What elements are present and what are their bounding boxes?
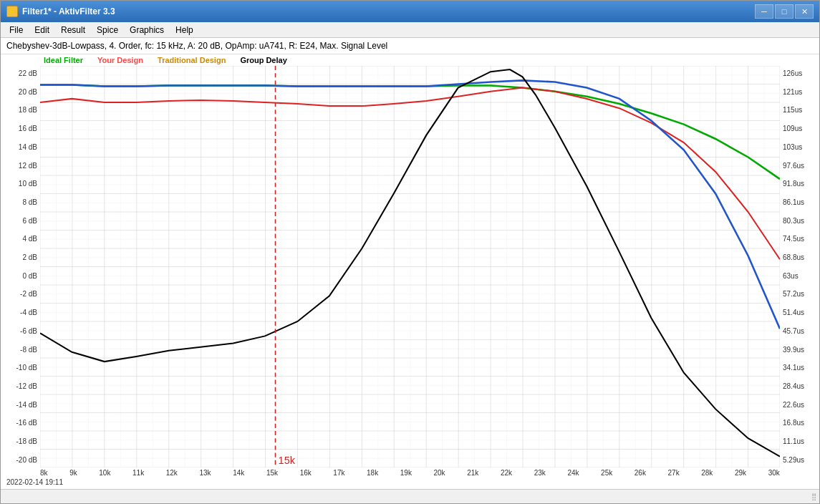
x-label: 18k (367, 469, 378, 477)
y-label-left: -2 dB (20, 290, 40, 298)
x-label: 11k (132, 469, 144, 477)
y-label-left: -6 dB (20, 327, 40, 335)
y-label-right: 5.29us (780, 456, 804, 464)
y-label-left: 0 dB (22, 272, 40, 280)
close-button[interactable]: ✕ (795, 4, 814, 19)
x-label: 27k (668, 469, 680, 477)
title-bar: F Filter1* - AktivFilter 3.3 ─ □ ✕ (1, 1, 819, 22)
chart-legend: Ideal Filter Your Design Traditional Des… (1, 54, 819, 66)
y-label-right: 86.1us (780, 198, 804, 206)
y-label-right: 68.8us (780, 253, 804, 261)
y-label-left: -20 dB (16, 456, 40, 464)
chart-container: 22 dB20 dB18 dB16 dB14 dB12 dB10 dB8 dB6… (1, 66, 819, 467)
x-label: 24k (567, 469, 579, 477)
y-label-right: 16.8us (780, 419, 804, 427)
resize-grip: ⣿ (811, 493, 816, 500)
legend-traditional: Traditional Design (158, 56, 226, 64)
window-controls: ─ □ ✕ (755, 4, 814, 19)
y-axis-right: 126us121us115us109us103us97.6us91.8us86.… (780, 66, 819, 467)
chart-svg: 15k (40, 66, 780, 467)
x-label: 15k (266, 469, 278, 477)
x-label: 14k (233, 469, 244, 477)
y-label-left: 2 dB (22, 253, 40, 261)
x-label: 28k (701, 469, 713, 477)
y-label-left: 12 dB (19, 162, 40, 170)
y-label-left: 10 dB (19, 180, 40, 188)
chart-area: Chebyshev-3dB-Lowpass, 4. Order, fc: 15 … (1, 38, 819, 489)
frequency-marker-label: 15k (279, 455, 296, 466)
x-label: 21k (467, 469, 478, 477)
y-label-left: -10 dB (16, 364, 40, 372)
y-label-left: 14 dB (19, 143, 40, 151)
y-label-left: -16 dB (16, 419, 40, 427)
x-axis: 8k9k10k11k12k13k14k15k16k17k18k19k20k21k… (1, 469, 819, 477)
y-label-right: 109us (780, 125, 802, 132)
x-label: 29k (735, 469, 746, 477)
status-bar: ⣿ (1, 489, 819, 503)
y-label-right: 126us (780, 69, 802, 77)
x-label: 17k (333, 469, 344, 477)
y-label-right: 121us (780, 88, 802, 96)
y-label-right: 97.6us (780, 162, 804, 170)
y-label-left: 6 dB (22, 217, 40, 225)
menu-file[interactable]: File (4, 24, 29, 37)
legend-your: Your Design (97, 56, 143, 64)
x-label: 8k (40, 469, 48, 477)
y-label-right: 63us (780, 272, 799, 280)
legend-group: Group Delay (240, 56, 286, 64)
y-label-left: 18 dB (19, 106, 40, 114)
x-label: 20k (434, 469, 445, 477)
y-label-right: 45.7us (780, 327, 804, 335)
x-label: 16k (300, 469, 312, 477)
menu-graphics[interactable]: Graphics (124, 24, 170, 37)
menu-edit[interactable]: Edit (29, 24, 55, 37)
x-label: 13k (199, 469, 211, 477)
x-label: 12k (166, 469, 178, 477)
menu-result[interactable]: Result (55, 24, 91, 37)
x-label: 26k (635, 469, 646, 477)
timestamp: 2022-02-14 19:11 (6, 478, 63, 486)
y-label-left: 20 dB (19, 88, 40, 96)
x-labels: 8k9k10k11k12k13k14k15k16k17k18k19k20k21k… (40, 469, 780, 477)
y-label-left: -12 dB (16, 382, 40, 390)
main-window: F Filter1* - AktivFilter 3.3 ─ □ ✕ File … (0, 0, 820, 504)
window-title: Filter1* - AktivFilter 3.3 (22, 6, 755, 16)
x-label: 23k (534, 469, 546, 477)
y-label-left: -8 dB (20, 346, 40, 354)
y-label-right: 91.8us (780, 180, 804, 188)
y-label-left: 4 dB (22, 235, 40, 243)
chart-title: Chebyshev-3dB-Lowpass, 4. Order, fc: 15 … (1, 38, 819, 54)
y-label-right: 34.1us (780, 364, 804, 372)
y-label-left: 22 dB (19, 69, 40, 77)
x-label: 9k (69, 469, 77, 477)
y-axis-left: 22 dB20 dB18 dB16 dB14 dB12 dB10 dB8 dB6… (1, 66, 40, 467)
y-label-left: -18 dB (16, 437, 40, 445)
y-label-right: 74.5us (780, 235, 804, 243)
x-label: 10k (99, 469, 110, 477)
y-label-left: 8 dB (22, 198, 40, 206)
y-label-left: 16 dB (19, 125, 40, 132)
minimize-button[interactable]: ─ (755, 4, 773, 19)
menu-help[interactable]: Help (170, 24, 199, 37)
menu-bar: File Edit Result Spice Graphics Help (1, 22, 819, 38)
y-label-right: 80.3us (780, 217, 804, 225)
app-icon: F (6, 6, 18, 17)
menu-spice[interactable]: Spice (91, 24, 124, 37)
x-label: 22k (501, 469, 512, 477)
x-label: 30k (768, 469, 780, 477)
maximize-button[interactable]: □ (775, 4, 794, 19)
x-label: 25k (601, 469, 612, 477)
y-label-right: 22.6us (780, 401, 804, 409)
y-label-right: 57.2us (780, 290, 804, 298)
y-label-right: 51.4us (780, 309, 804, 316)
chart-plot[interactable]: 15k (40, 66, 780, 467)
y-label-right: 39.9us (780, 346, 804, 354)
y-label-right: 28.4us (780, 382, 804, 390)
y-label-left: -4 dB (20, 309, 40, 316)
bottom-bar: 2022-02-14 19:11 (1, 477, 819, 489)
x-label: 19k (400, 469, 412, 477)
y-label-left: -14 dB (16, 401, 40, 409)
y-label-right: 103us (780, 143, 802, 151)
legend-ideal: Ideal Filter (44, 56, 83, 64)
y-label-right: 11.1us (780, 437, 804, 445)
